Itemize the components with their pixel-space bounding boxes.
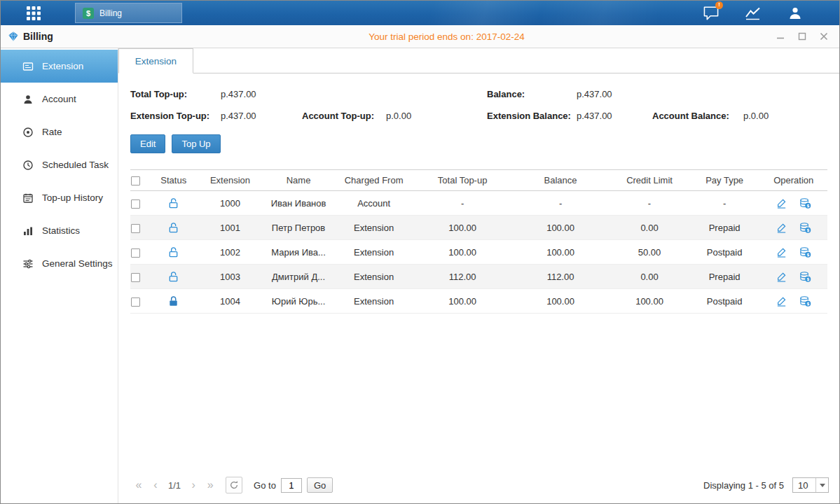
topup-row-button[interactable]: $ bbox=[799, 295, 811, 307]
next-page-button[interactable]: › bbox=[185, 479, 202, 491]
performance-button[interactable] bbox=[744, 4, 762, 22]
user-button[interactable] bbox=[786, 4, 804, 22]
topbar-right-icons: ! bbox=[702, 4, 839, 22]
edit-pencil-icon bbox=[776, 198, 787, 209]
topup-row-button[interactable]: $ bbox=[799, 197, 811, 209]
apps-grid-icon bbox=[26, 6, 41, 21]
scheduled-task-icon bbox=[22, 159, 34, 171]
minimize-button[interactable] bbox=[775, 31, 786, 42]
row-checkbox[interactable] bbox=[131, 298, 140, 307]
titlebar-app: Billing bbox=[1, 31, 118, 42]
prev-page-button[interactable]: ‹ bbox=[147, 479, 164, 491]
edit-row-button[interactable] bbox=[776, 296, 787, 307]
topbar-tab-billing-label: Billing bbox=[99, 8, 122, 18]
row-checkbox[interactable] bbox=[131, 273, 140, 282]
go-button[interactable]: Go bbox=[307, 477, 333, 493]
page-size-select[interactable]: 10 bbox=[792, 477, 829, 493]
padlock-open-icon bbox=[167, 271, 179, 283]
total-topup-cell: 112.00 bbox=[413, 272, 511, 282]
sidebar-item-extension[interactable]: Extension bbox=[1, 50, 118, 83]
edit-row-button[interactable] bbox=[776, 247, 787, 258]
topup-row-button[interactable]: $ bbox=[799, 222, 811, 234]
maximize-button[interactable] bbox=[797, 31, 808, 42]
extension-icon bbox=[22, 60, 34, 72]
edit-row-button[interactable] bbox=[776, 272, 787, 282]
select-all-checkbox[interactable] bbox=[131, 176, 140, 186]
col-extension: Extension bbox=[198, 175, 263, 186]
topup-row-button[interactable]: $ bbox=[799, 246, 811, 258]
sidebar-item-general-settings[interactable]: General Settings bbox=[1, 247, 118, 280]
top-up-button[interactable]: Top Up bbox=[172, 134, 220, 153]
close-button[interactable] bbox=[818, 31, 829, 42]
account-balance-label: Account Balance: bbox=[652, 111, 743, 121]
extension-table: Status Extension Name Charged From Total… bbox=[130, 169, 827, 314]
svg-text:$: $ bbox=[806, 203, 809, 208]
total-topup-value: p.437.00 bbox=[221, 89, 302, 99]
topup-row-button[interactable]: $ bbox=[799, 271, 811, 283]
apps-grid-button[interactable] bbox=[23, 4, 44, 22]
account-balance-value: p.0.00 bbox=[743, 111, 769, 121]
svg-text:$: $ bbox=[806, 252, 809, 257]
first-page-button[interactable]: « bbox=[130, 479, 147, 491]
refresh-button[interactable] bbox=[226, 477, 242, 493]
extension-topup-value: p.437.00 bbox=[221, 111, 302, 121]
topbar-tab-billing[interactable]: $ Billing bbox=[75, 3, 182, 23]
pagination-right: Displaying 1 - 5 of 5 10 bbox=[703, 477, 829, 493]
padlock-closed-icon bbox=[167, 295, 179, 307]
sidebar-item-scheduled-task[interactable]: Scheduled Task bbox=[1, 148, 118, 181]
pay-type-cell: Prepaid bbox=[689, 272, 760, 282]
edit-pencil-icon bbox=[776, 296, 787, 307]
table-header-row: Status Extension Name Charged From Total… bbox=[130, 169, 827, 191]
sidebar-item-rate[interactable]: Rate bbox=[1, 115, 118, 148]
table-row: 1000 Иван Иванов Account - - - - $ bbox=[130, 191, 827, 216]
balance-cell: 112.00 bbox=[511, 272, 610, 282]
goto-label: Go to bbox=[254, 480, 276, 491]
table-row: 1004 Юрий Юрь... Extension 100.00 100.00… bbox=[130, 289, 827, 314]
balance-cell: - bbox=[511, 198, 610, 209]
summary-row: Total Top-up: p.437.00 Balance: p.437.00 bbox=[130, 83, 839, 105]
edit-button[interactable]: Edit bbox=[130, 134, 165, 153]
messages-button[interactable]: ! bbox=[702, 4, 720, 22]
total-topup-cell: 100.00 bbox=[413, 247, 511, 258]
pay-type-cell: - bbox=[689, 198, 760, 209]
pay-type-cell: Prepaid bbox=[689, 223, 760, 233]
edit-pencil-icon bbox=[776, 272, 787, 282]
extension-cell: 1002 bbox=[198, 247, 263, 258]
goto-page-input[interactable] bbox=[281, 478, 302, 493]
pay-type-cell: Postpaid bbox=[689, 247, 760, 258]
maximize-icon bbox=[798, 32, 806, 41]
page-indicator: 1/1 bbox=[168, 480, 181, 491]
padlock-open-icon bbox=[167, 197, 179, 209]
sidebar-item-statistics[interactable]: Statistics bbox=[1, 214, 118, 247]
topbar: $ Billing ! bbox=[1, 1, 839, 25]
edit-row-button[interactable] bbox=[776, 223, 787, 233]
extension-balance-label: Extension Balance: bbox=[487, 111, 577, 121]
tab-extension[interactable]: Extension bbox=[118, 48, 193, 74]
edit-pencil-icon bbox=[776, 247, 787, 258]
app-body: Extension Account Rate Scheduled Task bbox=[1, 48, 839, 503]
row-checkbox[interactable] bbox=[131, 248, 140, 258]
sidebar-item-label: Top-up History bbox=[42, 192, 103, 203]
col-name: Name bbox=[263, 175, 334, 186]
total-topup-cell: - bbox=[413, 198, 511, 209]
statistics-icon bbox=[22, 225, 34, 237]
col-status: Status bbox=[150, 175, 198, 186]
total-topup-label: Total Top-up: bbox=[130, 89, 221, 99]
sidebar-item-topup-history[interactable]: Top-up History bbox=[1, 181, 118, 214]
sidebar-item-account[interactable]: Account bbox=[1, 83, 118, 115]
row-checkbox[interactable] bbox=[131, 224, 140, 233]
billing-summary: Total Top-up: p.437.00 Balance: p.437.00… bbox=[118, 74, 839, 127]
billing-app-window: $ Billing ! bbox=[0, 0, 840, 504]
name-cell: Дмитрий Д... bbox=[263, 272, 334, 282]
sidebar-item-label: Statistics bbox=[42, 225, 80, 236]
col-credit-limit: Credit Limit bbox=[610, 175, 689, 186]
last-page-button[interactable]: » bbox=[202, 479, 219, 491]
charged-from-cell: Extension bbox=[334, 296, 414, 307]
table-row: 1001 Петр Петров Extension 100.00 100.00… bbox=[130, 216, 827, 240]
account-topup-label: Account Top-up: bbox=[302, 111, 386, 121]
edit-row-button[interactable] bbox=[776, 198, 787, 209]
performance-chart-icon bbox=[745, 6, 762, 21]
extension-cell: 1000 bbox=[198, 198, 263, 209]
name-cell: Юрий Юрь... bbox=[263, 296, 334, 307]
row-checkbox[interactable] bbox=[131, 200, 140, 209]
